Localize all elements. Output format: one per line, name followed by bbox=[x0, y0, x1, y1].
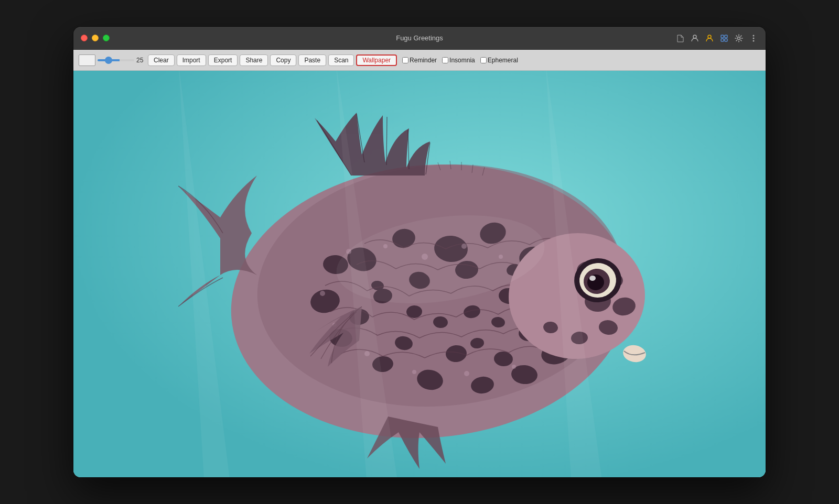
close-button[interactable] bbox=[81, 35, 88, 41]
reminder-checkbox-label[interactable]: Reminder bbox=[402, 57, 437, 64]
document-icon[interactable] bbox=[675, 34, 685, 43]
traffic-lights bbox=[81, 35, 110, 41]
fish-illustration bbox=[73, 71, 766, 477]
clear-button[interactable]: Clear bbox=[148, 54, 175, 66]
svg-point-1 bbox=[708, 35, 711, 38]
extension-icon[interactable] bbox=[719, 34, 729, 43]
svg-point-6 bbox=[738, 37, 740, 39]
ephemeral-checkbox-label[interactable]: Ephemeral bbox=[480, 57, 518, 64]
user-icon[interactable] bbox=[690, 34, 700, 43]
svg-rect-5 bbox=[725, 39, 727, 41]
insomnia-checkbox[interactable] bbox=[442, 57, 448, 63]
scan-button[interactable]: Scan bbox=[328, 54, 354, 66]
app-window: Fugu Greetings bbox=[73, 27, 766, 477]
reminder-checkbox[interactable] bbox=[402, 57, 408, 63]
svg-point-55 bbox=[464, 371, 469, 376]
minimize-button[interactable] bbox=[92, 35, 99, 41]
titlebar: Fugu Greetings bbox=[73, 27, 766, 50]
svg-point-54 bbox=[512, 365, 516, 369]
paste-button[interactable]: Paste bbox=[298, 54, 326, 66]
svg-point-9 bbox=[753, 40, 755, 41]
ephemeral-checkbox[interactable] bbox=[480, 57, 487, 63]
svg-point-7 bbox=[753, 35, 755, 36]
settings-icon[interactable] bbox=[734, 34, 744, 43]
wallpaper-button[interactable]: Wallpaper bbox=[356, 54, 397, 66]
svg-rect-4 bbox=[721, 39, 724, 41]
brush-size-slider[interactable] bbox=[98, 59, 134, 61]
slider-value: 25 bbox=[136, 57, 146, 64]
svg-rect-2 bbox=[721, 35, 724, 38]
insomnia-label: Insomnia bbox=[449, 57, 475, 64]
svg-point-59 bbox=[320, 291, 325, 296]
svg-point-8 bbox=[753, 37, 755, 39]
insomnia-checkbox-label[interactable]: Insomnia bbox=[442, 57, 475, 64]
svg-point-56 bbox=[412, 370, 416, 374]
share-button[interactable]: Share bbox=[240, 54, 268, 66]
main-content[interactable] bbox=[73, 71, 766, 477]
export-button[interactable]: Export bbox=[208, 54, 238, 66]
svg-rect-3 bbox=[725, 35, 727, 38]
titlebar-right bbox=[675, 34, 758, 43]
fish-canvas bbox=[73, 71, 766, 477]
toolbar: 25 Clear Import Export Share Copy Paste … bbox=[73, 50, 766, 71]
more-options-icon[interactable] bbox=[749, 34, 758, 43]
svg-point-0 bbox=[693, 35, 696, 38]
slider-container: 25 bbox=[98, 57, 146, 64]
ephemeral-label: Ephemeral bbox=[488, 57, 518, 64]
account-icon[interactable] bbox=[705, 34, 714, 43]
import-button[interactable]: Import bbox=[177, 54, 206, 66]
color-swatch[interactable] bbox=[79, 54, 95, 66]
copy-button[interactable]: Copy bbox=[270, 54, 296, 66]
reminder-label: Reminder bbox=[410, 57, 437, 64]
maximize-button[interactable] bbox=[103, 35, 110, 41]
window-title: Fugu Greetings bbox=[396, 34, 443, 42]
